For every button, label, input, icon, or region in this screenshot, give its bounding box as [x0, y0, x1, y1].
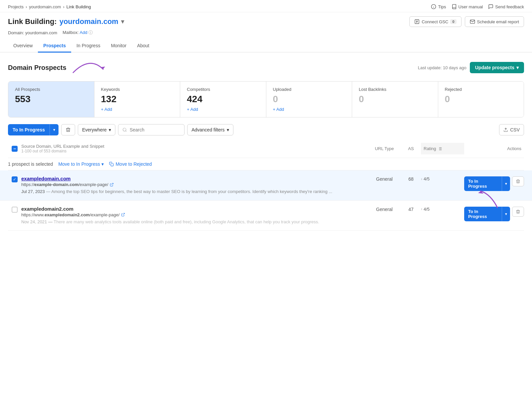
row-2-content: exampledomain2.com https://www.exampledo… [21, 206, 368, 225]
to-progress-chevron-icon[interactable]: ▾ [50, 124, 59, 135]
stat-label: Uploaded [273, 87, 345, 92]
competitors-add-link[interactable]: + Add [187, 107, 198, 112]
to-in-progress-button[interactable]: To In Progress ▾ [8, 124, 59, 135]
stat-card-uploaded[interactable]: Uploaded 0 + Add [266, 82, 352, 117]
csv-button[interactable]: CSV [499, 124, 524, 135]
row-1-to-progress-button[interactable]: To In Progress ▾ [464, 176, 510, 191]
mailbox-info-icon[interactable]: ⓘ [88, 30, 93, 35]
to-progress-label[interactable]: To In Progress [8, 124, 50, 135]
tab-about[interactable]: About [132, 40, 155, 53]
tips-link[interactable]: Tips [431, 4, 446, 9]
section-right: Last update: 10 days ago Update prospect… [418, 62, 524, 73]
stats-cards: All Prospects 553 Keywords 132 + Add Com… [8, 81, 524, 117]
sort-icon [438, 146, 442, 151]
tab-monitor[interactable]: Monitor [106, 40, 132, 53]
stat-value: 132 [101, 94, 174, 104]
uploaded-add-link[interactable]: + Add [273, 107, 284, 112]
th-checkbox [8, 146, 21, 152]
selection-bar: 1 prospect is selected Move to In Progre… [8, 158, 524, 170]
title-prefix: Link Building: [8, 17, 57, 26]
domain-link[interactable]: yourdomain.com [60, 17, 118, 26]
user-manual-link[interactable]: User manual [452, 4, 483, 9]
update-prospects-button[interactable]: Update prospects ▾ [470, 62, 524, 73]
row-2-to-progress-button[interactable]: To In Progress ▾ [464, 207, 510, 221]
row-1-domain[interactable]: exampledomain.com [21, 176, 368, 181]
th-source: Source Domain, URL Example and Snippet 1… [21, 144, 368, 153]
stat-label: Lost Backlinks [359, 87, 431, 92]
stat-label: Rejected [445, 87, 517, 92]
row-1-checkbox[interactable] [12, 176, 18, 182]
external-link-icon[interactable] [110, 183, 114, 187]
connect-gsc-button[interactable]: Connect GSC 0 [409, 16, 461, 27]
gsc-icon [414, 19, 420, 24]
title-chevron-icon[interactable]: ▾ [121, 18, 124, 25]
row-1-progress-label[interactable]: To In Progress [464, 176, 502, 191]
send-feedback-link[interactable]: Send feedback [488, 4, 524, 9]
row-2-delete-button[interactable] [512, 207, 524, 217]
row-checkbox-1[interactable] [8, 176, 21, 182]
move-to-rejected-button[interactable]: Move to Rejected [109, 161, 152, 167]
stat-value: 0 [359, 94, 431, 104]
search-box[interactable] [118, 124, 185, 135]
row-1-stars: 4/5 [424, 176, 430, 181]
everywhere-label: Everywhere [82, 127, 107, 132]
feedback-icon [488, 4, 493, 9]
svg-marker-14 [478, 191, 483, 194]
everywhere-chevron-icon: ▾ [109, 127, 111, 132]
row-1-delete-button[interactable] [512, 176, 524, 186]
row-1-snippet: Jul 27, 2023 — Among the top SEO tips fo… [21, 188, 368, 195]
stat-card-lost-backlinks[interactable]: Lost Backlinks 0 [352, 82, 438, 117]
advanced-filters-label: Advanced filters [192, 127, 225, 132]
tab-in-progress[interactable]: In Progress [71, 40, 106, 53]
row-2-progress-chevron-icon[interactable]: ▾ [502, 209, 510, 219]
stat-label: All Prospects [15, 87, 87, 92]
row-2-progress-label[interactable]: To In Progress [464, 207, 502, 221]
th-rating[interactable]: Rating [421, 143, 464, 154]
move-progress-chevron-icon[interactable]: ▾ [101, 161, 104, 167]
breadcrumb-domain[interactable]: yourdomain.com [29, 4, 61, 9]
stat-card-keywords[interactable]: Keywords 132 + Add [94, 82, 181, 117]
book-icon [452, 4, 457, 9]
search-input[interactable] [130, 127, 176, 132]
csv-label: CSV [510, 127, 520, 132]
page-title: Link Building: yourdomain.com ▾ [8, 17, 124, 26]
row-2-url-type: General [368, 206, 401, 212]
svg-point-3 [123, 128, 126, 131]
row-2-url: https://www.exampledomain2.com/example-p… [21, 212, 368, 217]
row-2-checkbox[interactable] [12, 207, 18, 213]
stat-card-rejected[interactable]: Rejected 0 [438, 82, 524, 117]
stat-value: 424 [187, 94, 259, 104]
th-url-type: URL Type [368, 146, 401, 151]
selection-count: 1 prospect is selected [8, 161, 53, 167]
stat-card-all-prospects[interactable]: All Prospects 553 [8, 82, 94, 117]
th-as: AS [401, 146, 421, 151]
gsc-count-badge: 0 [450, 19, 456, 24]
tab-overview[interactable]: Overview [8, 40, 38, 53]
schedule-email-button[interactable]: Schedule email report [465, 16, 524, 27]
advanced-filters-button[interactable]: Advanced filters ▾ [187, 124, 233, 135]
mailbox-add-link[interactable]: Add [79, 30, 87, 35]
row-checkbox-2[interactable] [8, 206, 21, 213]
stat-card-competitors[interactable]: Competitors 424 + Add [180, 82, 266, 117]
breadcrumb-projects[interactable]: Projects [8, 4, 24, 9]
row-1-progress-chevron-icon[interactable]: ▾ [502, 179, 510, 188]
delete-button[interactable] [61, 124, 75, 135]
page-title-row: Link Building: yourdomain.com ▾ Connect … [8, 16, 524, 27]
top-actions: Tips User manual Send feedback [431, 4, 524, 9]
breadcrumb-sep2: › [63, 4, 64, 9]
row-1-rating: › 4/5 [421, 176, 464, 181]
move-to-in-progress-button[interactable]: Move to In Progress ▾ [58, 161, 103, 167]
everywhere-dropdown[interactable]: Everywhere ▾ [78, 124, 115, 135]
keywords-add-link[interactable]: + Add [101, 107, 112, 112]
external-link-icon[interactable] [121, 213, 125, 217]
row-2-as: 47 [401, 206, 421, 212]
tab-prospects[interactable]: Prospects [38, 40, 71, 53]
row-2-domain[interactable]: exampledomain2.com [21, 206, 368, 212]
svg-rect-12 [111, 163, 113, 166]
header-section: Link Building: yourdomain.com ▾ Connect … [0, 12, 532, 40]
select-all-checkbox[interactable] [12, 146, 18, 152]
stat-value: 553 [15, 94, 87, 104]
domain-label: Domain: yourdomain.com [8, 30, 57, 35]
trash-icon [516, 209, 520, 214]
prospect-row: exampledomain2.com https://www.exampledo… [8, 201, 524, 231]
